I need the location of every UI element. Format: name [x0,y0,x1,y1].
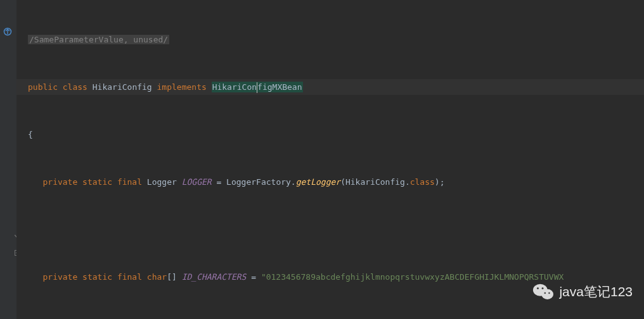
code-line: /SameParameterValue, unused/ [16,32,644,47]
implemented-interface-icon[interactable] [3,27,13,37]
class-declaration-line: public class HikariConfig implements Hik… [16,79,644,95]
code-editor[interactable]: /SameParameterValue, unused/ public clas… [16,0,644,319]
code-line: private static final long CONNECTION_TIM… [16,316,644,319]
blank-line [16,222,644,237]
suppress-annotation: /SameParameterValue, unused/ [28,35,169,44]
code-line: private static final char[] ID_CHARACTER… [16,269,644,285]
interface-name: HikariConfigMXBean [212,82,303,92]
editor-gutter [0,0,16,319]
text-cursor [257,82,257,93]
code-line: private static final Logger LOGGER = Log… [16,174,644,190]
code-line: { [16,127,644,142]
